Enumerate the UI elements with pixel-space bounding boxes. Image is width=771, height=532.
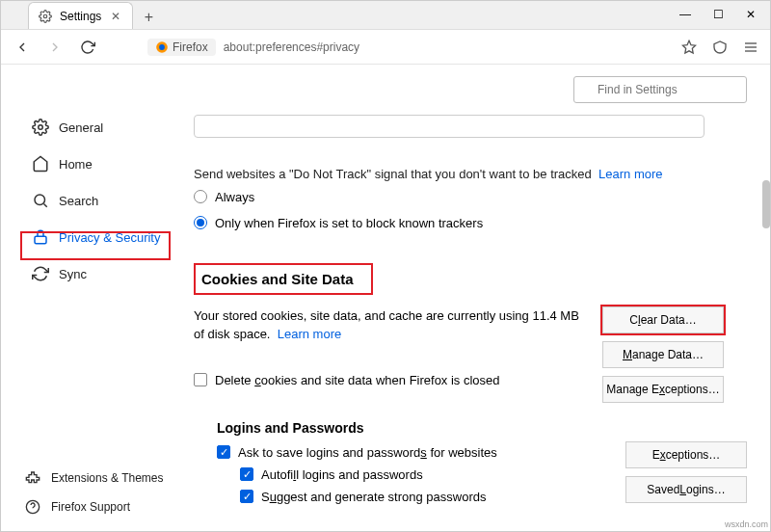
dnt-block-option[interactable]: Only when Firefox is set to block known … <box>194 210 747 236</box>
checkbox-unchecked[interactable] <box>194 373 207 386</box>
sidebar-item-label: Search <box>59 194 98 208</box>
sidebar-item-general[interactable]: General <box>24 113 184 142</box>
checkbox-checked[interactable] <box>240 467 253 481</box>
sidebar-item-label: Extensions & Themes <box>51 471 164 485</box>
dnt-learn-more-link[interactable]: Learn more <box>598 167 662 181</box>
toolbar: Firefox about:preferences#privacy <box>1 30 770 65</box>
scrollbar-thumb[interactable] <box>762 180 770 228</box>
clear-data-button[interactable]: Clear Data… <box>602 306 724 333</box>
svg-rect-10 <box>35 236 46 244</box>
browser-tab[interactable]: Settings ✕ <box>28 2 133 29</box>
dnt-always-option[interactable]: Always <box>194 184 747 210</box>
svg-marker-3 <box>682 40 695 53</box>
cookies-desc: Your stored cookies, site data, and cach… <box>194 306 579 394</box>
sidebar-item-label: Sync <box>59 267 87 281</box>
sidebar-item-label: Home <box>59 157 93 172</box>
manage-exceptions-button[interactable]: Manage Exceptions… <box>602 376 724 403</box>
sidebar-item-search[interactable]: Search <box>24 186 184 215</box>
lock-icon <box>32 228 49 246</box>
sidebar-item-home[interactable]: Home <box>24 149 184 178</box>
ask-save-label: Ask to save logins and passwords for web… <box>238 445 497 460</box>
pocket-icon[interactable] <box>710 38 730 57</box>
url-text: about:preferences#privacy <box>224 40 359 54</box>
sidebar-item-sync[interactable]: Sync <box>24 259 184 288</box>
home-icon <box>32 155 49 173</box>
logins-exceptions-button[interactable]: Exceptions… <box>625 441 747 468</box>
svg-line-9 <box>43 203 46 206</box>
svg-point-8 <box>35 195 45 205</box>
sidebar-item-privacy[interactable]: Privacy & Security <box>24 223 184 252</box>
help-icon <box>24 498 41 516</box>
main-panel: Send websites a "Do Not Track" signal th… <box>194 65 770 531</box>
radio-unchecked[interactable] <box>194 190 207 203</box>
minimize-button[interactable]: — <box>670 3 701 26</box>
find-input[interactable] <box>573 76 747 103</box>
forward-button[interactable] <box>43 36 66 59</box>
delete-on-close-checkbox-row[interactable]: Delete cookies and site data when Firefo… <box>194 367 579 394</box>
ask-save-passwords-row[interactable]: Ask to save logins and passwords for web… <box>217 441 602 464</box>
autofill-passwords-row[interactable]: Autofill logins and passwords <box>240 464 602 486</box>
back-button[interactable] <box>11 36 34 59</box>
bookmark-star-icon[interactable] <box>679 38 699 57</box>
sidebar-item-label: Firefox Support <box>51 500 130 514</box>
cookies-learn-more-link[interactable]: Learn more <box>278 327 341 341</box>
delete-on-close-label: Delete cookies and site data when Firefo… <box>215 371 500 390</box>
suggest-passwords-row[interactable]: Suggest and generate strong passwords <box>240 486 602 508</box>
sync-icon <box>32 265 49 282</box>
cookies-heading: Cookies and Site Data <box>194 263 373 295</box>
manage-data-button[interactable]: Manage Data… <box>602 341 724 368</box>
svg-point-7 <box>39 125 43 130</box>
sidebar: General Home Search Privacy & Security S… <box>1 65 194 531</box>
sidebar-extensions[interactable]: Extensions & Themes <box>24 467 164 489</box>
sidebar-item-label: Privacy & Security <box>59 230 160 245</box>
reload-button[interactable] <box>76 36 99 59</box>
dnt-text: Send websites a "Do Not Track" signal th… <box>194 165 747 184</box>
settings-icon <box>39 10 52 23</box>
close-tab-button[interactable]: ✕ <box>109 10 122 23</box>
firefox-icon <box>155 40 169 54</box>
checkbox-checked[interactable] <box>240 490 253 503</box>
close-window-button[interactable]: ✕ <box>735 3 766 26</box>
radio-checked[interactable] <box>194 216 207 229</box>
sidebar-item-label: General <box>59 120 103 135</box>
autofill-label: Autofill logins and passwords <box>261 467 423 482</box>
firefox-chip: Firefox <box>147 39 216 56</box>
sidebar-support[interactable]: Firefox Support <box>24 496 164 518</box>
app-menu-button[interactable] <box>741 38 760 57</box>
address-bar[interactable]: Firefox about:preferences#privacy <box>147 39 670 56</box>
new-tab-button[interactable]: + <box>137 6 160 29</box>
gear-icon <box>32 119 49 136</box>
svg-point-0 <box>43 14 47 18</box>
suggest-label: Suggest and generate strong passwords <box>261 490 486 504</box>
tab-title: Settings <box>60 10 101 23</box>
content: General Home Search Privacy & Security S… <box>1 65 770 531</box>
maximize-button[interactable]: ☐ <box>703 3 733 26</box>
checkbox-checked[interactable] <box>217 445 230 459</box>
find-in-settings <box>573 76 747 103</box>
search-icon <box>32 192 49 209</box>
svg-point-2 <box>159 44 165 50</box>
chip-label: Firefox <box>173 40 208 54</box>
saved-logins-button[interactable]: Saved Logins… <box>625 476 747 503</box>
window-controls: — ☐ ✕ <box>670 3 766 26</box>
puzzle-icon <box>24 469 41 487</box>
titlebar: Settings ✕ + — ☐ ✕ <box>1 1 770 30</box>
watermark: wsxdn.com <box>725 519 768 529</box>
logins-heading: Logins and Passwords <box>217 420 602 436</box>
section-box <box>194 115 705 138</box>
